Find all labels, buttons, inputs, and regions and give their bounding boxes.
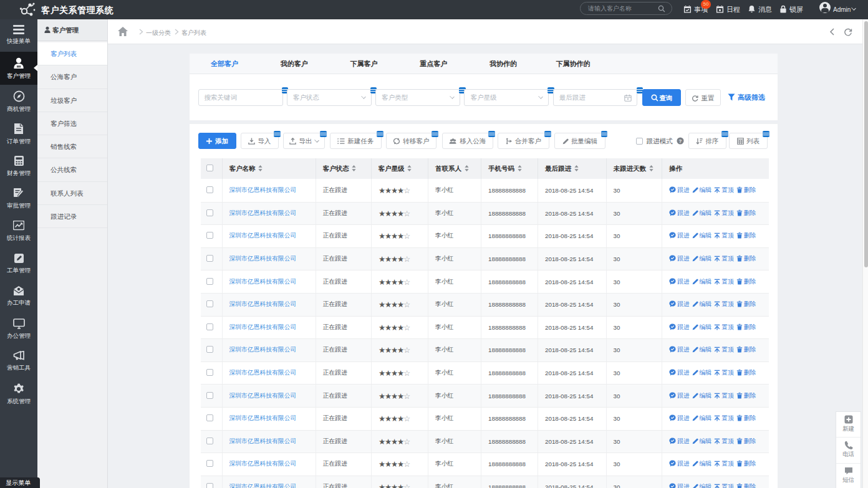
svg-text:?: ? (678, 138, 682, 144)
